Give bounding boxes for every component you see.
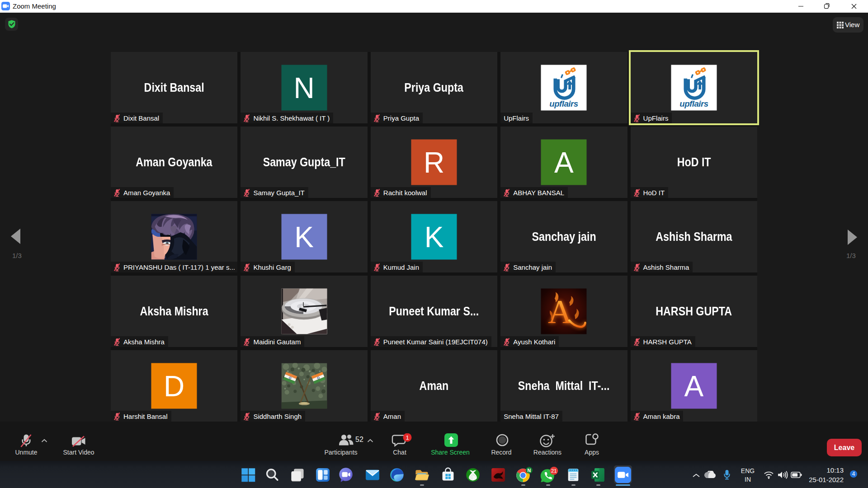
svg-text:N: N [528,468,531,473]
svg-text:1: 1 [406,434,409,441]
svg-text:52: 52 [355,436,363,443]
svg-text:21: 21 [551,468,557,474]
svg-text:upflairs: upflairs [679,99,708,108]
svg-text:upflairs: upflairs [550,99,579,108]
svg-text:A: A [548,293,572,330]
